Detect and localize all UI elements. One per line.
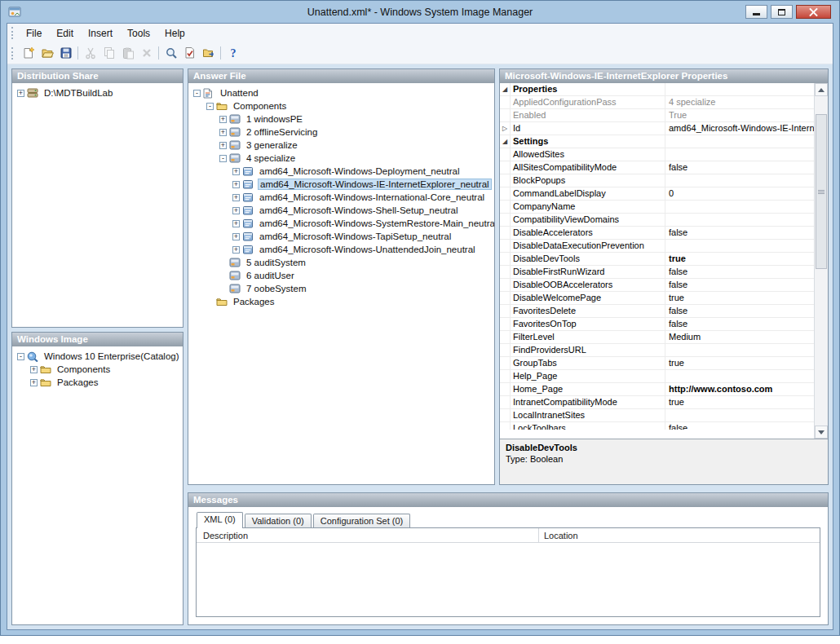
property-row[interactable]: CompanyName [500,201,814,214]
location-column-header[interactable]: Location [539,528,820,542]
property-row[interactable]: LockToolbarsfalse [500,422,814,430]
vertical-scrollbar[interactable] [814,83,828,439]
property-value[interactable]: amd64_Microsoft-Windows-IE-InternetEx [665,122,814,135]
toolbar-grip[interactable] [11,47,15,60]
property-value[interactable]: true [665,396,814,408]
property-row[interactable]: EnabledTrue [500,109,814,122]
expand-icon[interactable]: + [232,233,240,240]
menu-file[interactable]: File [19,25,49,42]
section-collapse-icon[interactable]: ◢ [500,83,511,95]
property-row[interactable]: Home_Pagehttp://www.contoso.com [500,383,814,396]
save-icon[interactable] [56,44,75,62]
expand-icon[interactable]: + [17,90,24,97]
menubar-grip[interactable] [11,27,15,39]
tab-configuration-set[interactable]: Configuration Set (0) [313,514,411,528]
expand-icon[interactable]: + [30,379,38,386]
find-icon[interactable] [161,44,180,62]
property-row[interactable]: AllowedSites [500,148,814,161]
property-value[interactable]: false [665,227,814,239]
expand-icon[interactable]: + [30,366,38,373]
tree-item[interactable]: -Components [190,99,493,112]
collapse-icon[interactable]: - [17,353,24,360]
property-row[interactable]: FavoritesOnTopfalse [500,318,814,331]
property-value[interactable]: 0 [665,187,814,200]
expand-icon[interactable]: + [219,142,227,149]
expand-icon[interactable]: + [219,116,227,123]
expand-icon[interactable]: + [232,246,240,254]
property-value[interactable]: true [665,292,814,304]
tree-item[interactable]: Packages [190,295,493,308]
property-value[interactable] [665,148,814,161]
close-button[interactable] [796,5,831,19]
property-row[interactable]: FavoritesDeletefalse [500,305,814,318]
property-value[interactable] [665,409,814,421]
property-value[interactable] [665,174,814,187]
property-row[interactable]: CommandLabelDisplay0 [500,187,814,201]
tree-item[interactable]: +amd64_Microsoft-Windows-Deployment_neut… [190,165,493,178]
property-value[interactable]: false [665,279,814,291]
property-value[interactable]: false [665,318,814,330]
tab-xml[interactable]: XML (0) [197,512,243,528]
property-row[interactable]: IntranetCompatibilityModetrue [500,396,814,409]
property-row[interactable]: Help_Page [500,370,814,383]
property-value[interactable]: True [665,109,814,121]
property-row[interactable]: LocalIntranetSites [500,409,814,422]
tree-item[interactable]: +2 offlineServicing [190,126,493,139]
property-value[interactable] [665,214,814,226]
open-file-icon[interactable] [38,44,56,62]
property-row[interactable]: ◢Properties [500,83,814,96]
expand-icon[interactable]: + [232,168,240,175]
tree-item[interactable]: 7 oobeSystem [190,282,493,295]
create-config-set-icon[interactable] [199,44,218,62]
property-row[interactable]: AppliedConfigurationPass4 specialize [500,96,814,109]
tree-item[interactable]: +amd64_Microsoft-Windows-SystemRestore-M… [190,217,493,230]
scroll-down-button[interactable] [815,426,828,439]
tree-item[interactable]: +1 windowsPE [190,112,493,126]
property-value[interactable]: true [665,253,814,265]
tree-item[interactable]: +D:\MDTBuildLab [14,86,181,99]
property-row[interactable]: ◢Settings [500,135,814,148]
help-icon[interactable]: ? [223,44,242,62]
menu-insert[interactable]: Insert [81,25,120,42]
scrollbar-thumb[interactable] [816,114,827,269]
menu-edit[interactable]: Edit [49,25,81,42]
tree-item[interactable]: -Windows 10 Enterprise(Catalog) [14,350,181,363]
tree-item[interactable]: -Unattend [190,86,493,99]
collapse-icon[interactable]: - [193,90,201,97]
tree-item[interactable]: +amd64_Microsoft-Windows-IE-InternetExpl… [190,178,493,191]
collapse-icon[interactable]: - [219,155,227,162]
property-row[interactable]: AllSitesCompatibilityModefalse [500,161,814,174]
property-row[interactable]: DisableWelcomePagetrue [500,292,814,305]
tree-item[interactable]: -4 specialize [190,152,493,165]
tree-item[interactable]: 6 auditUser [190,269,493,282]
expand-arrow-icon[interactable]: ▷ [500,122,511,135]
expand-icon[interactable]: + [232,207,240,214]
property-value[interactable] [665,135,814,148]
property-row[interactable]: DisableDataExecutionPrevention [500,240,814,253]
expand-icon[interactable]: + [219,129,227,136]
property-row[interactable]: DisableOOBAcceleratorsfalse [500,279,814,292]
titlebar[interactable]: Unattend.xml* - Windows System Image Man… [7,1,833,23]
expand-icon[interactable]: + [232,194,240,201]
property-row[interactable]: BlockPopups [500,174,814,187]
tree-item[interactable]: +amd64_Microsoft-Windows-UnattendedJoin_… [190,243,493,256]
property-value[interactable]: http://www.contoso.com [665,383,814,395]
property-row[interactable]: ▷Idamd64_Microsoft-Windows-IE-InternetEx [500,122,814,135]
property-value[interactable]: Medium [665,331,814,343]
description-column-header[interactable]: Description [197,528,539,542]
minimize-button[interactable] [745,5,767,19]
tree-item[interactable]: +3 generalize [190,139,493,152]
property-row[interactable]: GroupTabstrue [500,357,814,370]
property-value[interactable]: true [665,357,814,369]
maximize-button[interactable] [771,5,793,19]
expand-icon[interactable]: + [232,220,240,227]
tree-item[interactable]: +amd64_Microsoft-Windows-International-C… [190,191,493,204]
tree-item[interactable]: 5 auditSystem [190,256,493,269]
scroll-up-button[interactable] [815,83,828,96]
property-row[interactable]: DisableDevToolstrue [500,253,814,266]
tree-item[interactable]: +Components [14,363,181,376]
section-collapse-icon[interactable]: ◢ [500,135,511,148]
property-value[interactable] [665,344,814,356]
property-value[interactable]: false [665,266,814,278]
property-value[interactable] [665,83,814,95]
